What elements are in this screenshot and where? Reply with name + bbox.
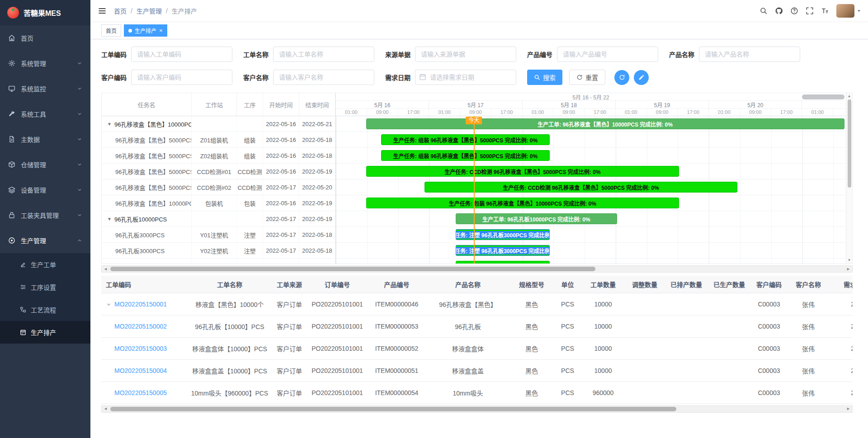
sidebar-item-3[interactable]: 系统工具 bbox=[0, 101, 90, 127]
row-expand-icon[interactable] bbox=[106, 301, 112, 307]
sync-circle-button[interactable] bbox=[614, 70, 629, 85]
sidebar-item-8[interactable]: 生产管理 bbox=[0, 228, 90, 253]
filter-field: 来源单据 bbox=[385, 47, 516, 62]
box-icon bbox=[8, 161, 15, 168]
task-station: 包装机 bbox=[192, 195, 237, 211]
reset-button[interactable]: 重置 bbox=[569, 70, 605, 85]
hamburger-icon[interactable] bbox=[98, 6, 107, 15]
gantt-task-row[interactable]: 96孔孔板3000PCSY02注塑机注塑2022-05-172022-05-18 bbox=[102, 243, 335, 259]
task-bar[interactable]: 生产任务: 注塑 96孔孔板3000PCS 完成比例: 0% bbox=[456, 261, 550, 264]
breadcrumb-item[interactable]: 首页 bbox=[114, 6, 127, 15]
help-icon[interactable] bbox=[790, 7, 798, 15]
gantt-hour-label: 01:00 bbox=[616, 108, 647, 116]
sidebar-item-5[interactable]: 仓储管理 bbox=[0, 152, 90, 177]
sync-icon bbox=[619, 74, 625, 80]
breadcrumb-item[interactable]: 生产管理 bbox=[137, 6, 162, 15]
github-icon[interactable] bbox=[775, 7, 783, 15]
sidebar-item-0[interactable]: 首页 bbox=[0, 25, 90, 51]
task-bar[interactable]: 生产任务: 组装 96孔移液盒【黑色】5000PCS 完成比例: 0% bbox=[381, 134, 549, 145]
order-bar[interactable]: 生产工单: 96孔移液盒【黑色】10000PCS 完成比例: 0% bbox=[366, 118, 844, 129]
task-station bbox=[192, 116, 237, 132]
gantt-task-row[interactable]: 96孔移液盒【黑色】5000PCSZ02组装机组装2022-05-162022-… bbox=[102, 148, 335, 164]
order-code-link[interactable]: MO202205150002 bbox=[114, 323, 167, 330]
filter-input[interactable] bbox=[273, 47, 374, 62]
filter-input[interactable] bbox=[273, 70, 374, 85]
table-hscroll-thumb[interactable] bbox=[110, 407, 676, 411]
filter-input[interactable] bbox=[699, 47, 800, 62]
filter-input[interactable] bbox=[131, 70, 232, 85]
table-row[interactable]: MO20220515000510mm吸头【960000】PCS客户订单PO202… bbox=[101, 381, 853, 404]
sidebar-subitem-0[interactable]: 生产工单 bbox=[0, 253, 90, 276]
close-icon[interactable]: × bbox=[159, 28, 163, 33]
cell-source: 客户订单 bbox=[271, 337, 307, 359]
gantt-header-scroll-thumb[interactable] bbox=[802, 94, 844, 99]
tree-expanded-icon[interactable]: ▼ bbox=[107, 217, 112, 221]
pencil-circle-button[interactable] bbox=[634, 70, 649, 85]
gantt-task-row[interactable]: ▼96孔移液盒【黑色】10000PCS2022-05-162022-05-21 bbox=[102, 116, 335, 132]
sidebar-item-7[interactable]: 工装夹具管理 bbox=[0, 203, 90, 228]
orders-column-product_no: 产品编号 bbox=[367, 276, 426, 293]
filter-input[interactable] bbox=[557, 47, 658, 62]
sidebar-item-2[interactable]: 系统监控 bbox=[0, 76, 90, 101]
gantt-task-row[interactable]: 96孔移液盒【黑色】10000PCS包装机包装2022-05-162022-05… bbox=[102, 195, 335, 211]
order-code-link[interactable]: MO202205150003 bbox=[114, 345, 167, 352]
sidebar-subitem-2[interactable]: 工艺流程 bbox=[0, 298, 90, 321]
gantt-horizontal-scrollbar[interactable]: ◄ ► bbox=[101, 265, 853, 273]
order-code-link[interactable]: MO202205150005 bbox=[114, 389, 167, 396]
filter-input[interactable] bbox=[415, 70, 516, 85]
scroll-up-icon[interactable]: ▲ bbox=[848, 94, 851, 99]
gantt-vscroll-track[interactable] bbox=[848, 99, 851, 257]
table-hscroll-track[interactable] bbox=[109, 407, 844, 411]
search-button[interactable]: 搜索 bbox=[527, 70, 562, 85]
task-process bbox=[237, 211, 263, 226]
user-menu[interactable] bbox=[836, 4, 862, 18]
gantt-task-row[interactable]: 96孔移液盒【黑色】5000PCSZ01组装机组装2022-05-162022-… bbox=[102, 132, 335, 148]
sidebar-item-4[interactable]: 主数据 bbox=[0, 127, 90, 152]
cell-unit: PCS bbox=[554, 293, 581, 315]
gantt-task-row[interactable]: 96孔移液盒【黑色】5000PCSCCD检测#02CCD检测2022-05-17… bbox=[102, 179, 335, 195]
table-row[interactable]: MO202205150001移液盒【黑色】10000个客户订单PO2022051… bbox=[101, 293, 853, 315]
table-horizontal-scrollbar[interactable]: ◄ ► bbox=[101, 405, 853, 413]
gantt-bar-row: 生产任务: 组装 96孔移液盒【黑色】5000PCS 完成比例: 0% bbox=[336, 132, 846, 148]
order-bar[interactable]: 生产工单: 96孔孔板10000PCS 完成比例: 0% bbox=[456, 213, 617, 224]
gantt-task-row[interactable]: ▼96孔孔板10000PCS2022-05-172022-05-19 bbox=[102, 211, 335, 227]
table-row[interactable]: MO202205150003移液盒盒体【10000】PCS客户订单PO20220… bbox=[101, 337, 853, 359]
sidebar-subitem-3[interactable]: 生产排产 bbox=[0, 321, 90, 344]
scroll-down-icon[interactable]: ▼ bbox=[848, 258, 851, 263]
font-size-icon[interactable] bbox=[821, 7, 829, 15]
logo[interactable]: 苦糖果MES bbox=[0, 0, 90, 25]
fullscreen-icon[interactable] bbox=[806, 7, 814, 15]
order-code-link[interactable]: MO202205150001 bbox=[114, 301, 167, 308]
scroll-right-icon[interactable]: ► bbox=[846, 407, 850, 411]
task-bar[interactable]: 生产任务: 注塑 96孔孔板3000PCS 完成比例: 0% bbox=[456, 229, 550, 240]
task-process: CCD检测 bbox=[237, 179, 263, 195]
gantt-hscroll-track[interactable] bbox=[109, 267, 844, 271]
table-row[interactable]: MO20220515000296孔孔板【10000】PCS客户订单PO20220… bbox=[101, 315, 853, 337]
filter-input[interactable] bbox=[415, 47, 516, 62]
gantt-vertical-scrollbar[interactable]: ▲ ▼ bbox=[846, 93, 852, 264]
filter-input[interactable] bbox=[131, 47, 232, 62]
tags-view-tab-1[interactable]: 生产排产× bbox=[124, 24, 167, 37]
gantt-hscroll-thumb[interactable] bbox=[110, 267, 595, 271]
tags-view-tab-0[interactable]: 首页 bbox=[101, 24, 121, 37]
sidebar-subitem-1[interactable]: 工序设置 bbox=[0, 276, 90, 298]
task-bar[interactable]: 生产任务: 组装 96孔移液盒【黑色】5000PCS 完成比例: 0% bbox=[381, 150, 549, 161]
task-bar[interactable]: 生产任务: 包装 96孔移液盒【黑色】10000PCS 完成比例: 0% bbox=[366, 198, 679, 208]
tree-expanded-icon[interactable]: ▼ bbox=[107, 122, 112, 127]
search-icon[interactable] bbox=[760, 7, 768, 15]
gantt-task-row[interactable]: 96孔移液盒【黑色】5000PCSCCD检测#01CCD检测2022-05-16… bbox=[102, 164, 335, 179]
gantt-task-row[interactable]: 96孔孔板3000PCSY03注塑机注塑2022-05-172022-05-18 bbox=[102, 259, 335, 264]
task-bar[interactable]: 生产任务: CCD检测 96孔移液盒【黑色】5000PCS 完成比例: 0% bbox=[425, 182, 737, 193]
table-row[interactable]: MO202205150004移液盒盒盖【10000】PCS客户订单PO20220… bbox=[101, 359, 853, 381]
gantt-vscroll-thumb[interactable] bbox=[848, 99, 851, 188]
cell-spec: 黑色 bbox=[509, 359, 554, 381]
sidebar-item-1[interactable]: 系统管理 bbox=[0, 51, 90, 76]
scroll-left-icon[interactable]: ◄ bbox=[104, 407, 108, 411]
scroll-left-icon[interactable]: ◄ bbox=[104, 267, 108, 271]
gantt-task-row[interactable]: 96孔孔板3000PCSY01注塑机注塑2022-05-172022-05-18 bbox=[102, 227, 335, 243]
task-bar[interactable]: 生产任务: 注塑 96孔孔板3000PCS 完成比例: 0% bbox=[456, 245, 550, 256]
task-bar[interactable]: 生产任务: CCD检测 96孔移液盒【黑色】5000PCS 完成比例: 0% bbox=[366, 166, 679, 177]
scroll-right-icon[interactable]: ► bbox=[846, 267, 850, 271]
order-code-link[interactable]: MO202205150004 bbox=[114, 367, 167, 374]
sidebar-item-6[interactable]: 设备管理 bbox=[0, 177, 90, 203]
